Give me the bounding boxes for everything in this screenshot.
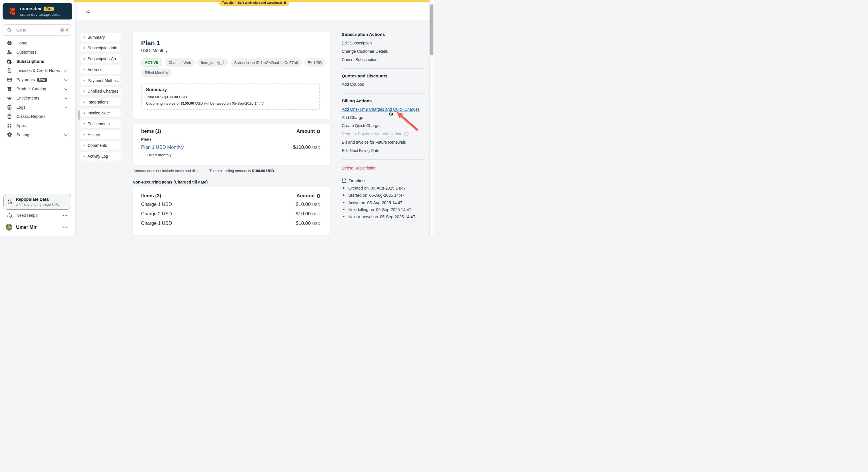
timeline-event-date: 05-Aug-2025 14:47: [367, 200, 402, 205]
test-site-banner: Test site — Safe to simulate and experim…: [219, 0, 289, 6]
timeline-clock-icon: [342, 178, 347, 183]
amount-value: $10.00: [296, 211, 311, 216]
apps-grid-icon: [7, 123, 12, 128]
subnav-entitlements[interactable]: Entitlements: [81, 120, 121, 128]
quotes-discounts-heading: Quotes and Discounts: [342, 73, 388, 78]
sidebar-item-subscriptions[interactable]: Subscriptions: [0, 57, 74, 66]
workspace-test-badge: Test: [44, 7, 54, 11]
plan-badges-row2: Billed Monthly: [141, 69, 320, 76]
action-create-quick-charge[interactable]: Create Quick Charge: [342, 123, 379, 128]
page-scrollbar-thumb[interactable]: [430, 4, 433, 55]
repopulate-title: Repopulate Data: [16, 197, 59, 202]
chevron-down-icon: [64, 77, 67, 82]
reports-document-icon: [7, 114, 12, 119]
sidebar-item-label: Entitlements: [17, 96, 39, 100]
sidebar-nav: Home Customers Subscriptions Invoices & …: [0, 38, 74, 139]
subnav-label: Unbilled Charges: [88, 89, 118, 94]
action-change-customer-details[interactable]: Change Customer Details: [342, 49, 388, 54]
help-more-icon[interactable]: [63, 215, 67, 216]
sidebar-item-logs[interactable]: Logs: [0, 103, 74, 112]
section-subnav: Summary Subscription info Subscription C…: [81, 33, 121, 163]
sidebar-item-customers[interactable]: Customers: [0, 47, 74, 57]
bullet-icon: [84, 156, 85, 157]
bullet-icon: [84, 145, 85, 146]
subnav-label: Integrations: [88, 100, 108, 104]
need-help-button[interactable]: Need Help?: [0, 211, 74, 220]
subnav-summary[interactable]: Summary: [81, 33, 121, 42]
action-delete-subscription[interactable]: Delete Subscription: [342, 166, 377, 170]
subnav-invoice-note[interactable]: Invoice Note: [81, 109, 121, 117]
charge-amount: $10.00USD: [296, 202, 320, 207]
chevron-down-icon: [64, 86, 67, 92]
chevron-down-icon: [64, 105, 67, 110]
workspace-domain: crane-dev-test.predev…: [20, 12, 62, 16]
subnav-address[interactable]: Address: [81, 65, 121, 74]
sidebar-item-entitlements[interactable]: Entitlements: [0, 94, 74, 103]
bullet-icon: [84, 91, 85, 92]
global-search[interactable]: ⌘ K: [3, 24, 72, 36]
amount-info-icon[interactable]: i: [317, 194, 320, 198]
action-bill-invoice-future-renewals[interactable]: Bill and Invoice for Future Renewals: [342, 140, 406, 144]
sidebar-item-apps[interactable]: Apps: [0, 121, 74, 130]
subnav-activity-log[interactable]: Activity Log: [81, 152, 121, 161]
action-add-charge[interactable]: Add Charge: [342, 115, 363, 120]
item-family-badge: item_family_1: [197, 59, 228, 67]
breadcrumb-customer-link[interactable]: c1: [86, 9, 90, 13]
subnav-subscription-co[interactable]: Subscription Co...: [81, 55, 121, 63]
note-amount: $100.00 USD: [252, 169, 274, 173]
action-cancel-subscription[interactable]: Cancel Subscription: [342, 57, 377, 62]
sidebar-item-payments[interactable]: Payments New: [0, 75, 74, 84]
sidebar-item-classic-reports[interactable]: Classic Reports: [0, 112, 74, 121]
subnav-label: Payment Metho...: [88, 78, 119, 83]
plan-title: Plan 1: [141, 39, 320, 47]
subnav-payment-method[interactable]: Payment Metho...: [81, 76, 121, 85]
billed-monthly-badge: Billed Monthly: [141, 69, 172, 76]
subnav-history[interactable]: History: [81, 131, 121, 139]
chevron-down-icon: [64, 132, 67, 137]
search-input[interactable]: [17, 28, 60, 32]
user-more-icon[interactable]: [63, 227, 67, 228]
user-menu[interactable]: Umer Mir: [0, 224, 74, 231]
page-scrollbar[interactable]: [429, 0, 434, 236]
timeline-event-label: Started on: [348, 193, 367, 198]
payments-new-badge: New: [37, 78, 47, 82]
sidebar-item-product-catalog[interactable]: Product Catalog: [0, 84, 74, 94]
repopulate-data-button[interactable]: Repopulate Data with any pricing page UR…: [3, 194, 71, 210]
subnav-unbilled-charges[interactable]: Unbilled Charges: [81, 87, 121, 96]
timeline-event-date: 05-Sep-2025 14:47: [376, 207, 411, 212]
home-dashboard-icon: [7, 40, 12, 45]
amount-info-icon[interactable]: i: [317, 130, 320, 133]
sidebar-item-settings[interactable]: Settings: [0, 130, 74, 139]
non-recurring-items-card: Items (3) Amounti Charge 1 USD $10.00USD…: [133, 187, 330, 235]
charge-name: Charge 2 USD: [141, 211, 172, 216]
product-catalog-icon: [7, 86, 12, 92]
chevron-down-icon: [64, 68, 67, 73]
subnav-subscription-info[interactable]: Subscription info: [81, 43, 121, 52]
subnav-scrollbar-thumb[interactable]: [79, 110, 80, 120]
bullet-icon: [84, 36, 85, 38]
action-add-coupon[interactable]: Add Coupon: [342, 82, 364, 87]
subscription-details-page: Test site — Safe to simulate and experim…: [0, 0, 434, 236]
subnav-label: Entitlements: [88, 122, 110, 126]
subnav-comments[interactable]: Comments: [81, 141, 121, 150]
action-edit-next-billing-date[interactable]: Edit Next Billing Date: [342, 148, 379, 153]
banner-info-icon[interactable]: i: [284, 1, 286, 4]
subnav-integrations[interactable]: Integrations: [81, 98, 121, 106]
items-count-header: Items (3): [141, 193, 161, 199]
workspace-switcher[interactable]: crane-dev Test crane-dev-test.predev…: [3, 3, 72, 20]
subnav-label: Subscription Co...: [88, 57, 119, 61]
bullet-icon: [343, 209, 344, 210]
plan-item-link[interactable]: Plan 1 USD Monthly: [141, 144, 184, 150]
plan-summary-card: Plan 1 USD, Monthly ACTIVE Channel Web i…: [133, 32, 330, 119]
items-count-header: Items (1): [141, 129, 161, 134]
subnav-label: Invoice Note: [88, 111, 110, 115]
action-edit-subscription[interactable]: Edit Subscription: [342, 41, 372, 45]
amount-currency: USD: [312, 222, 320, 226]
summary-upcoming-line: Upcoming invoice of $100.00 USD will be …: [146, 101, 315, 105]
sidebar-item-home[interactable]: Home: [0, 38, 74, 47]
timeline-event: Active on05-Aug-2025 14:47: [343, 200, 402, 205]
timeline-event-label: Next renewal on: [348, 214, 378, 219]
action-add-one-time-charges[interactable]: Add One-Time Charges and Quick Charges: [342, 107, 420, 111]
sidebar-item-invoices[interactable]: Invoices & Credit Notes: [0, 66, 74, 75]
mrr-currency: USD: [178, 95, 187, 99]
